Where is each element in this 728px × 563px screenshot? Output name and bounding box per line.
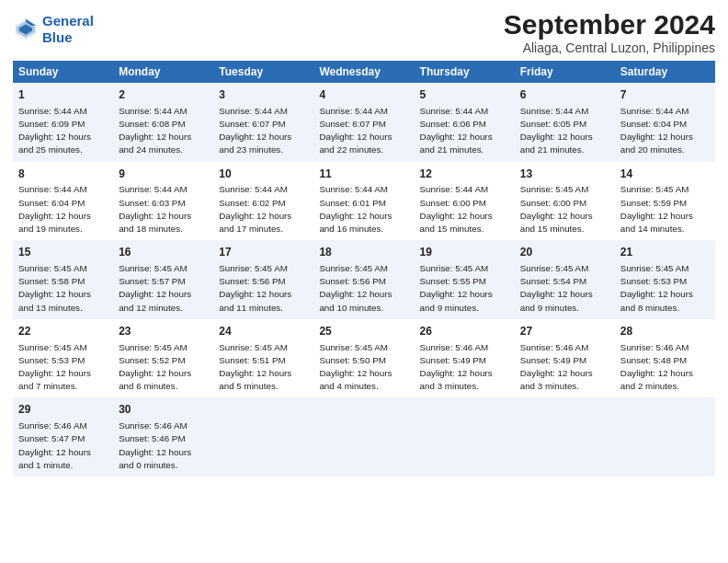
day-number: 24 <box>219 324 308 339</box>
calendar-cell: 22 Sunrise: 5:45 AMSunset: 5:53 PMDaylig… <box>13 319 113 398</box>
day-number: 19 <box>420 245 509 260</box>
calendar-body: 1 Sunrise: 5:44 AMSunset: 6:09 PMDayligh… <box>13 83 715 477</box>
cell-info: Sunrise: 5:45 AMSunset: 5:53 PMDaylight:… <box>18 342 91 392</box>
day-number: 12 <box>420 167 509 182</box>
day-number: 20 <box>520 245 609 260</box>
cell-info: Sunrise: 5:45 AMSunset: 5:50 PMDaylight:… <box>319 342 392 392</box>
cell-info: Sunrise: 5:45 AMSunset: 5:57 PMDaylight:… <box>119 263 191 313</box>
cell-info: Sunrise: 5:45 AMSunset: 5:53 PMDaylight:… <box>620 263 693 313</box>
calendar-cell: 13 Sunrise: 5:45 AMSunset: 6:00 PMDaylig… <box>515 162 615 241</box>
day-number: 25 <box>319 324 408 339</box>
cell-info: Sunrise: 5:44 AMSunset: 6:08 PMDaylight:… <box>119 106 191 155</box>
cell-info: Sunrise: 5:46 AMSunset: 5:46 PMDaylight:… <box>119 420 191 470</box>
calendar-cell: 28 Sunrise: 5:46 AMSunset: 5:48 PMDaylig… <box>615 319 715 398</box>
day-number: 15 <box>18 245 108 260</box>
day-number: 4 <box>319 87 408 103</box>
day-number: 14 <box>620 167 710 182</box>
calendar-cell: 30 Sunrise: 5:46 AMSunset: 5:46 PMDaylig… <box>113 397 213 477</box>
day-number: 26 <box>420 324 509 339</box>
calendar-cell: 15 Sunrise: 5:45 AMSunset: 5:58 PMDaylig… <box>13 240 113 319</box>
calendar-weekday-sunday: Sunday <box>13 61 113 83</box>
cell-info: Sunrise: 5:46 AMSunset: 5:49 PMDaylight:… <box>420 342 493 392</box>
day-number: 27 <box>520 324 609 339</box>
cell-info: Sunrise: 5:44 AMSunset: 6:03 PMDaylight:… <box>119 184 191 234</box>
calendar-cell: 5 Sunrise: 5:44 AMSunset: 6:06 PMDayligh… <box>415 83 515 162</box>
calendar-weekday-saturday: Saturday <box>615 61 715 83</box>
calendar-cell: 21 Sunrise: 5:45 AMSunset: 5:53 PMDaylig… <box>615 240 715 319</box>
day-number: 28 <box>620 324 710 339</box>
cell-info: Sunrise: 5:44 AMSunset: 6:05 PMDaylight:… <box>520 106 593 155</box>
cell-info: Sunrise: 5:44 AMSunset: 6:00 PMDaylight:… <box>420 184 493 234</box>
calendar-weekday-thursday: Thursday <box>415 61 515 83</box>
cell-info: Sunrise: 5:45 AMSunset: 5:51 PMDaylight:… <box>219 342 291 392</box>
day-number: 16 <box>119 245 208 260</box>
cell-info: Sunrise: 5:45 AMSunset: 6:00 PMDaylight:… <box>520 184 593 234</box>
calendar-cell: 6 Sunrise: 5:44 AMSunset: 6:05 PMDayligh… <box>515 83 615 162</box>
calendar-cell: 7 Sunrise: 5:44 AMSunset: 6:04 PMDayligh… <box>615 83 715 162</box>
day-number: 7 <box>620 87 710 103</box>
calendar-weekday-friday: Friday <box>515 61 615 83</box>
cell-info: Sunrise: 5:44 AMSunset: 6:04 PMDaylight:… <box>18 184 91 234</box>
day-number: 3 <box>219 87 308 103</box>
subtitle: Aliaga, Central Luzon, Philippines <box>504 40 715 55</box>
cell-info: Sunrise: 5:46 AMSunset: 5:47 PMDaylight:… <box>18 420 91 470</box>
logo-line2: Blue <box>42 29 73 45</box>
day-number: 21 <box>620 245 710 260</box>
calendar-cell: 29 Sunrise: 5:46 AMSunset: 5:47 PMDaylig… <box>13 397 113 477</box>
calendar-cell: 18 Sunrise: 5:45 AMSunset: 5:56 PMDaylig… <box>313 240 414 319</box>
calendar-cell <box>415 397 515 477</box>
cell-info: Sunrise: 5:45 AMSunset: 5:56 PMDaylight:… <box>319 263 392 313</box>
day-number: 22 <box>18 324 108 339</box>
logo-icon <box>13 17 39 42</box>
calendar-cell: 26 Sunrise: 5:46 AMSunset: 5:49 PMDaylig… <box>415 319 515 398</box>
cell-info: Sunrise: 5:44 AMSunset: 6:07 PMDaylight:… <box>219 106 291 155</box>
day-number: 29 <box>18 402 108 418</box>
calendar-cell: 9 Sunrise: 5:44 AMSunset: 6:03 PMDayligh… <box>113 162 213 241</box>
calendar-week-row: 29 Sunrise: 5:46 AMSunset: 5:47 PMDaylig… <box>13 397 715 477</box>
cell-info: Sunrise: 5:44 AMSunset: 6:07 PMDaylight:… <box>319 106 392 155</box>
calendar-cell: 1 Sunrise: 5:44 AMSunset: 6:09 PMDayligh… <box>13 83 113 162</box>
title-block: September 2024 Aliaga, Central Luzon, Ph… <box>504 9 715 55</box>
calendar-cell <box>213 397 313 477</box>
main-title: September 2024 <box>504 9 715 40</box>
calendar-cell: 14 Sunrise: 5:45 AMSunset: 5:59 PMDaylig… <box>615 162 715 241</box>
calendar-cell: 2 Sunrise: 5:44 AMSunset: 6:08 PMDayligh… <box>113 83 213 162</box>
cell-info: Sunrise: 5:44 AMSunset: 6:09 PMDaylight:… <box>18 106 91 155</box>
calendar-cell: 24 Sunrise: 5:45 AMSunset: 5:51 PMDaylig… <box>213 319 313 398</box>
calendar-week-row: 1 Sunrise: 5:44 AMSunset: 6:09 PMDayligh… <box>13 83 715 162</box>
calendar-cell: 11 Sunrise: 5:44 AMSunset: 6:01 PMDaylig… <box>313 162 414 241</box>
logo-line1: General <box>42 13 94 29</box>
cell-info: Sunrise: 5:45 AMSunset: 5:59 PMDaylight:… <box>620 184 693 234</box>
cell-info: Sunrise: 5:44 AMSunset: 6:02 PMDaylight:… <box>219 184 291 234</box>
calendar-cell: 25 Sunrise: 5:45 AMSunset: 5:50 PMDaylig… <box>313 319 414 398</box>
day-number: 2 <box>119 87 208 103</box>
day-number: 11 <box>319 167 408 182</box>
day-number: 18 <box>319 245 408 260</box>
logo-text: General Blue <box>42 13 94 46</box>
day-number: 17 <box>219 245 308 260</box>
day-number: 1 <box>18 87 108 103</box>
day-number: 30 <box>119 402 208 418</box>
day-number: 13 <box>520 167 609 182</box>
calendar-cell: 17 Sunrise: 5:45 AMSunset: 5:56 PMDaylig… <box>213 240 313 319</box>
calendar-cell: 27 Sunrise: 5:46 AMSunset: 5:49 PMDaylig… <box>515 319 615 398</box>
calendar-cell: 19 Sunrise: 5:45 AMSunset: 5:55 PMDaylig… <box>415 240 515 319</box>
day-number: 5 <box>420 87 509 103</box>
calendar-cell: 12 Sunrise: 5:44 AMSunset: 6:00 PMDaylig… <box>415 162 515 241</box>
calendar-weekday-wednesday: Wednesday <box>313 61 414 83</box>
day-number: 8 <box>18 167 108 182</box>
calendar-cell <box>515 397 615 477</box>
cell-info: Sunrise: 5:45 AMSunset: 5:54 PMDaylight:… <box>520 263 593 313</box>
day-number: 6 <box>520 87 609 103</box>
cell-info: Sunrise: 5:44 AMSunset: 6:06 PMDaylight:… <box>420 106 493 155</box>
day-number: 10 <box>219 167 308 182</box>
calendar-cell: 4 Sunrise: 5:44 AMSunset: 6:07 PMDayligh… <box>313 83 414 162</box>
logo: General Blue <box>13 13 94 46</box>
calendar-table: SundayMondayTuesdayWednesdayThursdayFrid… <box>13 61 715 477</box>
day-number: 9 <box>119 167 208 182</box>
calendar-week-row: 22 Sunrise: 5:45 AMSunset: 5:53 PMDaylig… <box>13 319 715 398</box>
cell-info: Sunrise: 5:45 AMSunset: 5:55 PMDaylight:… <box>420 263 493 313</box>
header: General Blue September 2024 Aliaga, Cent… <box>13 9 715 55</box>
calendar-cell <box>313 397 414 477</box>
cell-info: Sunrise: 5:44 AMSunset: 6:01 PMDaylight:… <box>319 184 392 234</box>
